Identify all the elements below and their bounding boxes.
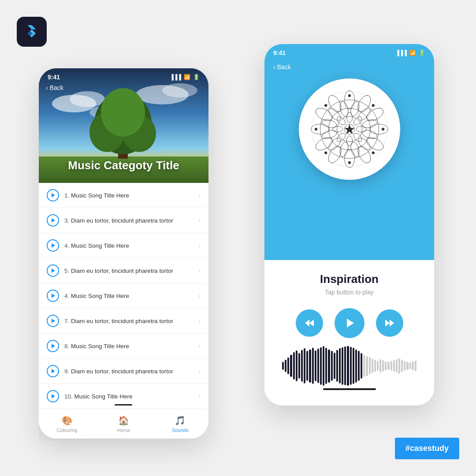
play-icon[interactable] [47,189,59,201]
status-bar-left: 9:41 ▐▐▐ 📶 🔋 [39,68,208,84]
waveform-bar [379,359,381,372]
song-item[interactable]: 9. Diam eu tortor, tincidunt pharetra to… [39,359,208,384]
waveform-bar [336,350,338,382]
play-icon[interactable] [47,264,59,277]
svg-point-62 [324,104,327,107]
player-song-title: Inspiration [320,272,379,286]
svg-point-17 [101,88,145,137]
svg-marker-67 [385,320,390,327]
svg-point-56 [371,104,375,107]
song-text: 8. Music Song Title Here [64,343,198,350]
song-text: 4. Music Song Title Here [64,242,198,249]
waveform-bar [404,361,405,371]
colouring-icon: 🎨 [62,415,73,426]
nav-home[interactable]: 🏠 Home [95,415,152,433]
chevron-right-icon: › [198,267,201,274]
waveform-bar [293,352,295,379]
song-title: Music Song Title Here [74,393,133,400]
forward-button[interactable] [376,309,403,337]
chevron-left-icon: ‹ [46,84,48,91]
waveform-bar [347,346,349,386]
waveform-bar [290,355,292,377]
battery-icon-r: 🔋 [419,50,425,56]
back-button-left[interactable]: ‹ Back [46,84,63,91]
nav-sounds-label: Sounds [172,428,188,433]
song-number: 8. [64,343,69,350]
waveform-bar [385,361,387,370]
waveform-bar [331,351,333,381]
waveform-bar [344,346,346,385]
waveform-bar [369,357,371,374]
svg-point-49 [356,126,366,132]
time-left: 9:41 [48,74,60,81]
nav-colouring[interactable]: 🎨 Colouring [39,415,95,433]
nav-colouring-label: Colouring [57,428,78,433]
svg-point-57 [382,128,384,130]
waveform-bar [382,360,384,372]
song-item[interactable]: 7. Diam eu tortor, tincidunt pharetra to… [39,309,208,334]
play-icon[interactable] [47,239,59,252]
waveform-bar [390,361,392,371]
waveform-bar [339,348,341,383]
song-text: 10. Music Song Title Here [64,393,198,400]
waveform-bar [361,353,362,379]
svg-point-59 [348,161,351,164]
song-number: 5. [64,268,69,274]
sounds-icon: 🎵 [175,415,186,426]
back-button-right[interactable]: ‹ Back [264,60,434,74]
waveform-bar [401,360,403,372]
svg-point-58 [371,151,375,155]
song-item[interactable]: 4. Music Song Title Here › [39,233,208,258]
waveform-bar [358,351,360,381]
play-icon[interactable] [47,214,59,227]
signal-icon: ▐▐▐ [170,74,181,80]
waveform-bar [350,347,352,385]
home-indicator [323,388,376,390]
song-item[interactable]: 8. Music Song Title Here › [39,334,208,359]
play-icon[interactable] [47,290,59,302]
waveform-bar [393,360,395,372]
waveform-bar [315,350,316,381]
song-item[interactable]: 5. Diam eu tortor, tincidunt pharetra to… [39,258,208,283]
play-icon[interactable] [47,390,59,402]
chevron-right-icon: › [198,368,201,375]
song-title: Music Song Title Here [71,293,129,299]
waveform-bar [355,350,357,383]
rewind-button[interactable] [296,309,323,337]
waveform-bar [342,347,343,385]
wifi-icon: 📶 [184,74,190,80]
waveform-bar [406,362,408,370]
svg-point-47 [346,112,352,123]
svg-point-54 [335,115,347,126]
waveform-bar [396,359,398,372]
song-title: Music Song Title Here [71,192,129,199]
song-item[interactable]: 4. Music Song Title Here › [39,283,208,309]
chevron-left-icon-r: ‹ [273,63,275,71]
waveform-bar [304,348,305,383]
waveform-bar [309,350,311,383]
play-icon[interactable] [47,315,59,327]
nav-sounds[interactable]: 🎵 Sounds [152,415,208,433]
svg-point-53 [333,126,343,132]
chevron-right-icon: › [198,242,201,249]
play-icon[interactable] [47,340,59,352]
song-text: 7. Diam eu tortor, tincidunt pharetra to… [64,318,198,324]
waveform-bar [415,361,416,371]
status-bar-right: 9:41 ▐▐▐ 📶 🔋 [264,44,434,60]
waveform-bar [323,346,324,386]
svg-point-8 [70,91,105,107]
back-label-right: Back [277,63,291,71]
song-item[interactable]: 1. Music Song Title Here › [39,183,208,208]
song-number: 3. [64,217,69,224]
play-button[interactable] [335,308,364,338]
waveform-bar [285,360,286,372]
play-icon[interactable] [47,365,59,377]
player-body: Inspiration Tap button to play [264,260,434,399]
status-icons-right: ▐▐▐ 📶 🔋 [395,50,425,56]
song-text: 4. Music Song Title Here [64,293,198,299]
waveform-bar [301,350,303,382]
waveform-bar [306,351,308,381]
status-icons-left: ▐▐▐ 📶 🔋 [170,74,200,80]
svg-point-52 [335,132,347,143]
song-item[interactable]: 3. Diam eu tortor, tincidunt pharetra to… [39,208,208,233]
